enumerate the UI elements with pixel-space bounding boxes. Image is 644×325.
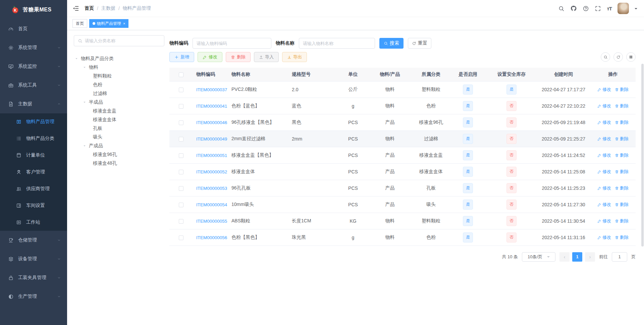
fullscreen-icon[interactable] [595,5,601,12]
row-checkbox[interactable] [179,203,183,207]
code-filter-input[interactable] [193,38,271,49]
sidebar-item-system-tools[interactable]: 系统工具 [0,76,67,95]
row-delete-link[interactable]: 删除 [615,202,629,208]
sidebar-item-material-product-management[interactable]: 物料产品管理 [0,113,67,130]
sidebar-item-supplier-management[interactable]: 供应商管理 [0,180,67,197]
reset-button[interactable]: 重置 [408,38,431,49]
tree-node-group[interactable]: 物料 [74,63,164,72]
row-checkbox[interactable] [179,153,183,158]
row-edit-link[interactable]: 修改 [597,136,611,142]
tree-node-leaf[interactable]: 孔板 [74,124,164,133]
row-delete-link[interactable]: 删除 [615,152,629,158]
delete-button[interactable]: 删除 [226,52,251,62]
column-settings-button[interactable] [626,52,636,62]
row-checkbox[interactable] [179,104,183,109]
search-button[interactable]: 搜索 [379,38,404,49]
page-number-1[interactable]: 1 [572,252,582,262]
row-checkbox[interactable] [179,170,183,174]
row-delete-link[interactable]: 删除 [615,169,629,175]
tree-node-group[interactable]: 产成品 [74,142,164,150]
select-all-checkbox[interactable] [179,72,183,77]
sidebar-toggle-icon[interactable] [72,5,79,12]
row-edit-link[interactable]: 修改 [597,218,611,224]
next-page-button[interactable]: › [585,252,595,262]
search-icon[interactable] [558,5,565,12]
name-filter-input[interactable] [299,38,375,49]
sidebar-item-workshop-settings[interactable]: 车间设置 [0,197,67,214]
row-delete-link[interactable]: 删除 [615,234,629,240]
row-edit-link[interactable]: 修改 [597,202,611,208]
row-delete-link[interactable]: 删除 [615,136,629,142]
sidebar-item-warehouse-management[interactable]: 仓储管理 [0,231,67,250]
sidebar-item-home[interactable]: 首页 [0,19,67,38]
tab-material-product-management[interactable]: 物料产品管理× [89,19,128,28]
user-avatar[interactable] [618,3,629,14]
item-code-link[interactable]: ITEM00000049 [196,137,227,142]
help-icon[interactable] [583,5,589,12]
tab-home[interactable]: 首页 [72,19,87,28]
tree-node-leaf[interactable]: 色粉 [74,80,164,89]
item-code-link[interactable]: ITEM00000053 [196,186,227,191]
category-search-input[interactable] [85,38,160,43]
item-code-link[interactable]: ITEM00000046 [196,120,227,125]
show-search-button[interactable] [601,52,610,62]
user-menu-caret-icon[interactable] [635,8,637,11]
tree-node-leaf[interactable]: 移液盒盒体 [74,115,164,124]
item-code-link[interactable]: ITEM00000055 [196,219,227,224]
row-edit-link[interactable]: 修改 [597,234,611,240]
row-edit-link[interactable]: 修改 [597,169,611,175]
tree-expand-icon[interactable] [83,100,87,104]
row-delete-link[interactable]: 删除 [615,103,629,109]
row-delete-link[interactable]: 删除 [615,218,629,224]
row-delete-link[interactable]: 删除 [615,119,629,125]
sidebar-item-customer-management[interactable]: 客户管理 [0,164,67,180]
item-code-link[interactable]: ITEM00000051 [196,153,227,158]
sidebar-item-production-management[interactable]: 生产管理 [0,287,67,306]
sidebar-item-system-management[interactable]: 系统管理 [0,38,67,57]
breadcrumb-item[interactable]: 首页 [85,5,94,11]
row-edit-link[interactable]: 修改 [597,119,611,125]
row-checkbox[interactable] [179,219,183,224]
tree-node-leaf[interactable]: 吸头 [74,133,164,142]
row-checkbox[interactable] [179,88,183,92]
sidebar-item-master-data[interactable]: 主数据 [0,95,67,113]
sidebar-item-system-monitor[interactable]: 系统监控 [0,57,67,76]
font-size-icon[interactable]: тT [607,6,612,11]
row-checkbox[interactable] [179,137,183,142]
tree-expand-icon[interactable] [74,57,78,61]
import-button[interactable]: 导入 [254,52,279,62]
tree-expand-icon[interactable] [83,144,87,148]
sidebar-item-workstation[interactable]: 工作站 [0,214,67,231]
item-code-link[interactable]: ITEM00000041 [196,104,227,109]
tree-node-root[interactable]: 物料及产品分类 [74,54,164,63]
tree-expand-icon[interactable] [83,65,87,69]
tree-node-leaf[interactable]: 移液盒96孔 [74,150,164,159]
sidebar-item-tooling-fixture-management[interactable]: 工装夹具管理 [0,268,67,287]
row-checkbox[interactable] [179,235,183,240]
scrollbar-thumb[interactable] [641,64,644,247]
breadcrumb-item[interactable]: 主数据 [101,5,115,11]
tree-node-group[interactable]: 半成品 [74,98,164,107]
edit-button[interactable]: 修改 [198,52,222,62]
breadcrumb-item[interactable]: 物料产品管理 [123,5,151,11]
item-code-link[interactable]: ITEM00000037 [196,87,227,92]
github-icon[interactable] [570,5,577,12]
row-delete-link[interactable]: 删除 [615,185,629,191]
sidebar-item-measurement-unit[interactable]: 计量单位 [0,147,67,164]
page-size-select[interactable]: 10条/页 [522,252,555,262]
row-checkbox[interactable] [179,120,183,125]
sidebar-item-material-product-category[interactable]: 物料产品分类 [0,130,67,147]
sidebar-item-equipment-management[interactable]: 设备管理 [0,250,67,268]
row-edit-link[interactable]: 修改 [597,152,611,158]
tree-node-leaf[interactable]: 移液盒48孔 [74,159,164,168]
row-edit-link[interactable]: 修改 [597,103,611,109]
item-code-link[interactable]: ITEM00000052 [196,169,227,174]
add-button[interactable]: 新增 [169,52,194,62]
tree-node-leaf[interactable]: 过滤棉 [74,89,164,98]
goto-page-input[interactable] [612,252,627,262]
item-code-link[interactable]: ITEM00000054 [196,202,227,207]
row-delete-link[interactable]: 删除 [615,87,629,93]
item-code-link[interactable]: ITEM00000056 [196,235,227,240]
refresh-table-button[interactable] [613,52,623,62]
tree-node-leaf[interactable]: 移液盒盒盖 [74,107,164,115]
